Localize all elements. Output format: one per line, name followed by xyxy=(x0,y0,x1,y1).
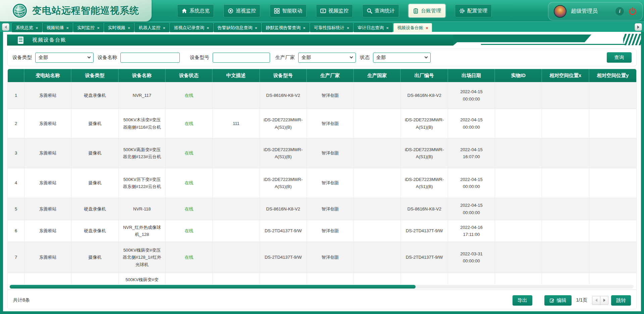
logout-power-icon[interactable] xyxy=(628,7,637,16)
page-frame: 视频设备台账 设备类型 全部 设备名称 设备型号 生产厂家 全部 状态 全部 xyxy=(0,32,644,314)
next-page-button[interactable] xyxy=(600,296,608,305)
table-cell xyxy=(589,273,636,284)
info-icon[interactable] xyxy=(615,7,624,15)
table-cell: 2022-04-16 17:11:00 xyxy=(448,220,495,242)
close-tab-icon[interactable]: × xyxy=(128,26,130,30)
close-tab-icon[interactable]: × xyxy=(303,26,306,30)
device-model-label: 设备型号 xyxy=(190,54,209,61)
device-type-value: 全部 xyxy=(39,55,48,61)
tab-realtime-video[interactable]: 实时视频× xyxy=(104,23,134,32)
device-name-label: 设备名称 xyxy=(98,54,117,61)
table-cell xyxy=(213,138,260,168)
table-cell xyxy=(260,273,307,284)
nav-patrol-monitor[interactable]: 巡视监控 xyxy=(223,4,260,17)
tab-alarm-defect-query[interactable]: 告警缺陷信息查询× xyxy=(214,23,261,32)
table-cell: 智洋创新 xyxy=(307,138,354,168)
table-cell: 智洋创新 xyxy=(307,242,354,273)
edit-icon xyxy=(549,298,554,303)
tab-audit-log-query[interactable]: 审计日志查询× xyxy=(354,23,392,32)
device-name-input[interactable] xyxy=(120,53,180,63)
search-button[interactable]: 查询 xyxy=(607,52,632,63)
tab-patrol-record-query-label: 巡视点记录查询 xyxy=(174,25,204,31)
table-cell xyxy=(354,138,401,168)
table-cell: 1 xyxy=(8,82,24,109)
column-header: 生产厂家 xyxy=(307,69,354,82)
table-row: 7东善桥站摄像机500KV槐荫变#变压器北侧#128_1#红外光球机在线DS-2… xyxy=(8,242,636,273)
table-cell: DS-2TD4137T-9/W xyxy=(401,220,448,242)
table-cell: 智洋创新 xyxy=(307,82,354,109)
table-cell xyxy=(213,220,260,242)
table-cell: DS-8616N-K8-V2 xyxy=(401,198,448,220)
tab-alarm-defect-query-label: 告警缺陷信息查询 xyxy=(218,25,253,31)
tab-reliability-stats[interactable]: 可靠性指标统计× xyxy=(310,23,353,32)
tab-video-device-ledger-label: 视频设备台账 xyxy=(397,25,423,31)
table-cell: iDS-2DE7223MWR-A(S1)(B) xyxy=(260,168,307,198)
close-tab-icon[interactable]: × xyxy=(207,26,209,30)
column-header xyxy=(8,69,24,82)
nav-config-management[interactable]: 配置管理 xyxy=(455,4,492,17)
nav-smart-linkage[interactable]: 智能联动 xyxy=(270,4,307,17)
main-nav: 系统总览巡视监控智能联动视频监控查询统计台账管理配置管理 xyxy=(177,4,492,17)
table-cell: 500KV历下变#变压器东侧#122#云台机 xyxy=(119,168,166,198)
table-cell: 500KV木渎变#变压器南侧#116#云台机 xyxy=(119,109,166,138)
table-cell: 摄像机 xyxy=(71,109,118,138)
horizontal-scrollbar[interactable] xyxy=(10,285,634,289)
table-cell: DS-8616N-K8-V2 xyxy=(260,198,307,220)
table-cell xyxy=(213,273,260,284)
close-tab-icon[interactable]: × xyxy=(255,26,258,30)
column-header: 中文描述 xyxy=(213,69,260,82)
scrollbar-thumb[interactable] xyxy=(10,285,416,289)
table-cell: iDS-2DE7223MWR-A(S1)(B) xyxy=(401,109,448,138)
status-select[interactable]: 全部 xyxy=(373,53,431,63)
close-tab-icon[interactable]: × xyxy=(163,26,165,30)
tab-realtime-monitor[interactable]: 实时监控× xyxy=(73,23,103,32)
tab-realtime-video-label: 实时视频 xyxy=(108,25,125,31)
tab-scroll-left-button[interactable] xyxy=(2,23,9,31)
tab-video-carousel-label: 视频轮播 xyxy=(47,25,64,31)
device-type-select[interactable]: 全部 xyxy=(35,53,94,63)
tab-video-carousel[interactable]: 视频轮播× xyxy=(43,23,73,32)
table-cell: 111 xyxy=(213,109,260,138)
close-tab-icon[interactable]: × xyxy=(66,26,69,30)
device-model-input[interactable] xyxy=(213,53,270,63)
column-header: 设备型号 xyxy=(260,69,307,82)
tab-video-device-ledger[interactable]: 视频设备台账× xyxy=(393,23,432,32)
close-tab-icon[interactable]: × xyxy=(426,26,428,30)
table-cell: 智洋创新 xyxy=(307,198,354,220)
tab-robot-monitor-label: 机器人监控 xyxy=(139,25,160,31)
tab-robot-monitor[interactable]: 机器人监控× xyxy=(135,23,169,32)
table-cell: 在线 xyxy=(166,198,213,220)
tab-system-overview[interactable]: 系统总览× xyxy=(12,23,42,32)
table-body: 1东善桥站硬盘录像机NVR_117在线DS-8616N-K8-V2智洋创新DS-… xyxy=(8,82,636,284)
table-cell: 东善桥站 xyxy=(24,198,71,220)
nav-video-monitor[interactable]: 视频监控 xyxy=(316,4,353,17)
close-tab-icon[interactable]: × xyxy=(36,26,38,30)
table-footer: 共计8条 导出 编辑 1/1页 xyxy=(8,290,636,309)
close-tab-icon[interactable]: × xyxy=(347,26,350,30)
column-header: 实物ID xyxy=(495,69,542,82)
nav-patrol-monitor-label: 巡视监控 xyxy=(236,8,256,14)
edit-button-label: 编辑 xyxy=(557,297,567,304)
close-tab-icon[interactable]: × xyxy=(97,26,100,30)
column-header: 生产国家 xyxy=(354,69,401,82)
tab-silent-alarm-query[interactable]: 静默监视告警查询× xyxy=(262,23,309,32)
edit-button[interactable]: 编辑 xyxy=(544,295,572,306)
table-cell xyxy=(542,242,589,273)
status-label: 状态 xyxy=(360,54,370,61)
tab-patrol-record-query[interactable]: 巡视点记录查询× xyxy=(170,23,213,32)
nav-query-statistics[interactable]: 查询统计 xyxy=(362,4,399,17)
table-cell xyxy=(307,273,354,284)
close-tab-icon[interactable]: × xyxy=(386,26,389,30)
export-button[interactable]: 导出 xyxy=(513,295,532,306)
table-cell: iDS-2DE7223MWR-A(S1)(B) xyxy=(260,109,307,138)
page-content: 视频设备台账 设备类型 全部 设备名称 设备型号 生产厂家 全部 状态 全部 xyxy=(3,32,641,311)
tab-scroll-right-button[interactable] xyxy=(635,23,642,31)
jump-button[interactable]: 跳转 xyxy=(611,295,631,306)
table-cell xyxy=(354,220,401,242)
nav-system-overview[interactable]: 系统总览 xyxy=(177,4,214,17)
nav-ledger-management[interactable]: 台账管理 xyxy=(409,4,445,17)
prev-page-button[interactable] xyxy=(592,296,600,305)
avatar[interactable] xyxy=(554,5,567,18)
manufacturer-label: 生产厂家 xyxy=(275,54,295,61)
manufacturer-select[interactable]: 全部 xyxy=(298,53,356,63)
